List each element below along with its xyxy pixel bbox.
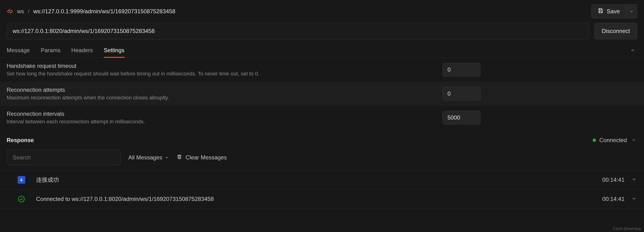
save-dropdown-button[interactable] (626, 4, 637, 18)
breadcrumb-bar: ws / ws://127.0.0.1:9999/admin/ws/1/1692… (0, 0, 644, 23)
save-icon (598, 8, 603, 15)
filter-label: All Messages (128, 154, 162, 161)
expand-message-button[interactable] (631, 176, 637, 184)
message-text: Connected to ws://127.0.0.1:8020/admin/w… (36, 196, 602, 202)
setting-reconnection-intervals: Reconnection intervals Interval between … (0, 106, 644, 130)
message-text: 连接成功 (36, 176, 602, 184)
tabs: Message Params Headers Settings (0, 44, 644, 58)
trash-icon (176, 154, 182, 161)
setting-reconnection-attempts: Reconnection attempts Maximum reconnecti… (0, 82, 644, 106)
tab-settings[interactable]: Settings (104, 44, 124, 58)
setting-text: Reconnection intervals Interval between … (7, 111, 442, 125)
chevron-down-icon (165, 155, 169, 160)
setting-desc: Interval between each reconnection attem… (7, 118, 442, 125)
breadcrumb-name[interactable]: ws (17, 8, 24, 15)
message-row[interactable]: Connected to ws://127.0.0.1:8020/admin/w… (0, 190, 644, 209)
chevron-down-icon (632, 196, 636, 201)
status-dot-icon (593, 138, 596, 142)
message-row[interactable]: 连接成功 00:14:41 (0, 170, 644, 190)
clear-messages-button[interactable]: Clear Messages (176, 154, 227, 161)
breadcrumb-url[interactable]: ws://127.0.0.1:9999/admin/ws/1/169207315… (33, 8, 176, 15)
clear-label: Clear Messages (186, 154, 227, 161)
setting-handshake-timeout: Handshake request timeout Set how long t… (0, 58, 644, 82)
response-title: Response (7, 137, 34, 143)
incoming-arrow-icon (18, 176, 25, 184)
setting-desc: Set how long the handshake request shoul… (7, 71, 442, 77)
expand-message-button[interactable] (631, 195, 637, 203)
setting-title: Reconnection intervals (7, 111, 442, 117)
setting-title: Handshake request timeout (7, 63, 442, 69)
setting-desc: Maximum reconnection attempts when the c… (7, 95, 442, 101)
connection-status: Connected (593, 135, 637, 145)
message-time: 00:14:41 (602, 176, 624, 183)
collapse-panel-button[interactable] (628, 45, 637, 56)
save-button[interactable]: Save (591, 4, 626, 18)
setting-text: Reconnection attempts Maximum reconnecti… (7, 87, 442, 101)
connected-check-icon (18, 195, 25, 203)
url-row: Disconnect (0, 23, 644, 44)
reconnection-intervals-input[interactable] (442, 111, 480, 124)
save-label: Save (607, 8, 620, 15)
response-header: Response Connected (0, 130, 644, 147)
websocket-icon (7, 8, 13, 15)
reconnection-attempts-input[interactable] (442, 87, 480, 101)
watermark: CSDN @KawYang (613, 227, 641, 231)
setting-title: Reconnection attempts (7, 87, 442, 93)
message-time: 00:14:41 (602, 196, 624, 202)
search-input[interactable] (7, 150, 121, 165)
chevron-down-icon (632, 177, 636, 182)
chevron-down-icon (630, 9, 634, 13)
chevron-up-icon (630, 48, 635, 53)
disconnect-button[interactable]: Disconnect (594, 23, 637, 39)
status-dropdown-button[interactable] (630, 135, 637, 145)
url-input[interactable] (7, 23, 589, 39)
svg-point-0 (18, 196, 24, 202)
status-text: Connected (599, 137, 627, 143)
breadcrumb-separator: / (28, 8, 30, 15)
handshake-timeout-input[interactable] (442, 63, 480, 77)
tab-headers[interactable]: Headers (71, 44, 93, 58)
chevron-down-icon (632, 138, 636, 142)
message-filter-button[interactable]: All Messages (128, 154, 169, 161)
save-button-group: Save (591, 4, 637, 18)
setting-text: Handshake request timeout Set how long t… (7, 63, 442, 77)
response-toolbar: All Messages Clear Messages (0, 147, 644, 170)
tab-params[interactable]: Params (41, 44, 60, 58)
tab-message[interactable]: Message (7, 44, 30, 58)
